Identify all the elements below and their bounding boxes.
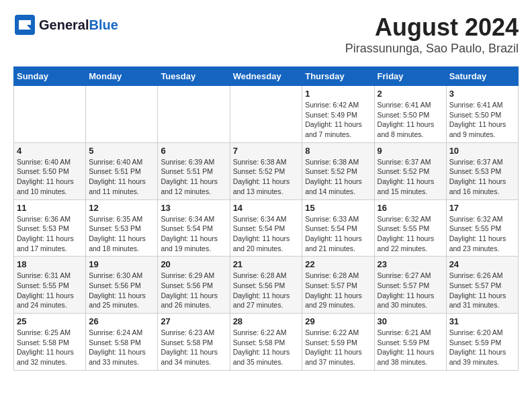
- calendar-table: SundayMondayTuesdayWednesdayThursdayFrid…: [13, 66, 519, 371]
- day-info: Sunrise: 6:35 AM Sunset: 5:53 PM Dayligh…: [89, 214, 154, 254]
- day-info: Sunrise: 6:24 AM Sunset: 5:58 PM Dayligh…: [89, 328, 154, 367]
- calendar-cell: 12Sunrise: 6:35 AM Sunset: 5:53 PM Dayli…: [86, 199, 158, 257]
- day-info: Sunrise: 6:21 AM Sunset: 5:59 PM Dayligh…: [378, 328, 443, 367]
- day-number: 4: [17, 146, 83, 156]
- day-info: Sunrise: 6:39 AM Sunset: 5:51 PM Dayligh…: [161, 157, 226, 197]
- day-number: 1: [305, 89, 371, 99]
- weekday-header-row: SundayMondayTuesdayWednesdayThursdayFrid…: [14, 67, 519, 86]
- calendar-body: 1Sunrise: 6:42 AM Sunset: 5:49 PM Daylig…: [14, 86, 519, 371]
- day-number: 9: [378, 146, 443, 156]
- day-info: Sunrise: 6:33 AM Sunset: 5:54 PM Dayligh…: [305, 214, 371, 254]
- day-number: 14: [233, 203, 300, 213]
- calendar-cell: 8Sunrise: 6:38 AM Sunset: 5:52 PM Daylig…: [302, 142, 374, 199]
- logo-icon: [13, 13, 36, 36]
- day-info: Sunrise: 6:32 AM Sunset: 5:55 PM Dayligh…: [378, 214, 443, 254]
- calendar-cell: 19Sunrise: 6:30 AM Sunset: 5:56 PM Dayli…: [86, 257, 158, 314]
- weekday-header-friday: Friday: [374, 67, 446, 86]
- day-info: Sunrise: 6:30 AM Sunset: 5:56 PM Dayligh…: [89, 271, 154, 310]
- calendar-cell: 30Sunrise: 6:21 AM Sunset: 5:59 PM Dayli…: [374, 314, 446, 371]
- calendar-cell: 24Sunrise: 6:26 AM Sunset: 5:57 PM Dayli…: [446, 257, 518, 314]
- calendar-cell: 31Sunrise: 6:20 AM Sunset: 5:59 PM Dayli…: [446, 314, 518, 371]
- day-info: Sunrise: 6:22 AM Sunset: 5:59 PM Dayligh…: [305, 328, 371, 367]
- calendar-cell: 3Sunrise: 6:41 AM Sunset: 5:50 PM Daylig…: [446, 86, 518, 143]
- logo: GeneralBlue: [13, 13, 118, 36]
- calendar-cell: 28Sunrise: 6:22 AM Sunset: 5:58 PM Dayli…: [230, 314, 302, 371]
- calendar-week-1: 4Sunrise: 6:40 AM Sunset: 5:50 PM Daylig…: [14, 142, 519, 199]
- day-info: Sunrise: 6:41 AM Sunset: 5:50 PM Dayligh…: [449, 100, 515, 140]
- calendar-cell: [158, 86, 230, 143]
- day-info: Sunrise: 6:41 AM Sunset: 5:50 PM Dayligh…: [378, 100, 443, 140]
- day-info: Sunrise: 6:29 AM Sunset: 5:56 PM Dayligh…: [161, 271, 226, 310]
- weekday-header-thursday: Thursday: [302, 67, 374, 86]
- day-info: Sunrise: 6:28 AM Sunset: 5:56 PM Dayligh…: [233, 271, 300, 310]
- day-number: 6: [161, 146, 226, 156]
- weekday-header-sunday: Sunday: [14, 67, 86, 86]
- calendar-cell: 5Sunrise: 6:40 AM Sunset: 5:51 PM Daylig…: [86, 142, 158, 199]
- day-number: 15: [305, 203, 371, 213]
- day-info: Sunrise: 6:40 AM Sunset: 5:50 PM Dayligh…: [17, 157, 83, 197]
- calendar-cell: 22Sunrise: 6:28 AM Sunset: 5:57 PM Dayli…: [302, 257, 374, 314]
- day-info: Sunrise: 6:40 AM Sunset: 5:51 PM Dayligh…: [89, 157, 154, 197]
- day-number: 21: [233, 259, 300, 269]
- calendar-week-2: 11Sunrise: 6:36 AM Sunset: 5:53 PM Dayli…: [14, 199, 519, 257]
- day-number: 30: [378, 316, 443, 326]
- title-section: August 2024 Pirassununga, Sao Paulo, Bra…: [345, 13, 519, 56]
- day-info: Sunrise: 6:28 AM Sunset: 5:57 PM Dayligh…: [305, 271, 371, 310]
- day-number: 29: [305, 316, 371, 326]
- day-number: 19: [89, 259, 154, 269]
- calendar-cell: 27Sunrise: 6:23 AM Sunset: 5:58 PM Dayli…: [158, 314, 230, 371]
- calendar-cell: 14Sunrise: 6:34 AM Sunset: 5:54 PM Dayli…: [230, 199, 302, 257]
- calendar-cell: 21Sunrise: 6:28 AM Sunset: 5:56 PM Dayli…: [230, 257, 302, 314]
- calendar-cell: 9Sunrise: 6:37 AM Sunset: 5:52 PM Daylig…: [374, 142, 446, 199]
- day-info: Sunrise: 6:34 AM Sunset: 5:54 PM Dayligh…: [233, 214, 300, 254]
- day-number: 7: [233, 146, 300, 156]
- day-number: 11: [17, 203, 83, 213]
- day-number: 5: [89, 146, 154, 156]
- day-number: 31: [449, 316, 515, 326]
- day-info: Sunrise: 6:32 AM Sunset: 5:55 PM Dayligh…: [449, 214, 515, 254]
- day-number: 8: [305, 146, 371, 156]
- calendar-cell: 20Sunrise: 6:29 AM Sunset: 5:56 PM Dayli…: [158, 257, 230, 314]
- day-number: 18: [17, 259, 83, 269]
- page-title: August 2024: [345, 13, 519, 42]
- calendar-cell: 11Sunrise: 6:36 AM Sunset: 5:53 PM Dayli…: [14, 199, 86, 257]
- day-info: Sunrise: 6:38 AM Sunset: 5:52 PM Dayligh…: [305, 157, 371, 197]
- day-info: Sunrise: 6:36 AM Sunset: 5:53 PM Dayligh…: [17, 214, 83, 254]
- day-info: Sunrise: 6:26 AM Sunset: 5:57 PM Dayligh…: [449, 271, 515, 310]
- day-number: 22: [305, 259, 371, 269]
- day-info: Sunrise: 6:37 AM Sunset: 5:52 PM Dayligh…: [378, 157, 443, 197]
- day-number: 26: [89, 316, 154, 326]
- calendar-cell: [86, 86, 158, 143]
- day-info: Sunrise: 6:37 AM Sunset: 5:53 PM Dayligh…: [449, 157, 515, 197]
- day-info: Sunrise: 6:38 AM Sunset: 5:52 PM Dayligh…: [233, 157, 300, 197]
- logo-general-text: General: [39, 17, 89, 32]
- day-number: 23: [378, 259, 443, 269]
- calendar-week-4: 25Sunrise: 6:25 AM Sunset: 5:58 PM Dayli…: [14, 314, 519, 371]
- day-number: 27: [161, 316, 226, 326]
- weekday-header-monday: Monday: [86, 67, 158, 86]
- day-info: Sunrise: 6:34 AM Sunset: 5:54 PM Dayligh…: [161, 214, 226, 254]
- day-info: Sunrise: 6:25 AM Sunset: 5:58 PM Dayligh…: [17, 328, 83, 367]
- day-number: 24: [449, 259, 515, 269]
- day-number: 12: [89, 203, 154, 213]
- day-number: 2: [378, 89, 443, 99]
- day-number: 16: [378, 203, 443, 213]
- calendar-cell: 16Sunrise: 6:32 AM Sunset: 5:55 PM Dayli…: [374, 199, 446, 257]
- day-info: Sunrise: 6:42 AM Sunset: 5:49 PM Dayligh…: [305, 100, 371, 140]
- day-number: 17: [449, 203, 515, 213]
- day-number: 25: [17, 316, 83, 326]
- weekday-header-tuesday: Tuesday: [158, 67, 230, 86]
- calendar-cell: 23Sunrise: 6:27 AM Sunset: 5:57 PM Dayli…: [374, 257, 446, 314]
- day-info: Sunrise: 6:27 AM Sunset: 5:57 PM Dayligh…: [378, 271, 443, 310]
- calendar-cell: 18Sunrise: 6:31 AM Sunset: 5:55 PM Dayli…: [14, 257, 86, 314]
- calendar-cell: 29Sunrise: 6:22 AM Sunset: 5:59 PM Dayli…: [302, 314, 374, 371]
- page-header: GeneralBlue August 2024 Pirassununga, Sa…: [13, 13, 519, 56]
- weekday-header-saturday: Saturday: [446, 67, 518, 86]
- weekday-header-wednesday: Wednesday: [230, 67, 302, 86]
- day-number: 3: [449, 89, 515, 99]
- calendar-cell: 26Sunrise: 6:24 AM Sunset: 5:58 PM Dayli…: [86, 314, 158, 371]
- page-subtitle: Pirassununga, Sao Paulo, Brazil: [345, 42, 519, 56]
- calendar-cell: 1Sunrise: 6:42 AM Sunset: 5:49 PM Daylig…: [302, 86, 374, 143]
- day-info: Sunrise: 6:20 AM Sunset: 5:59 PM Dayligh…: [449, 328, 515, 367]
- calendar-header: SundayMondayTuesdayWednesdayThursdayFrid…: [14, 67, 519, 86]
